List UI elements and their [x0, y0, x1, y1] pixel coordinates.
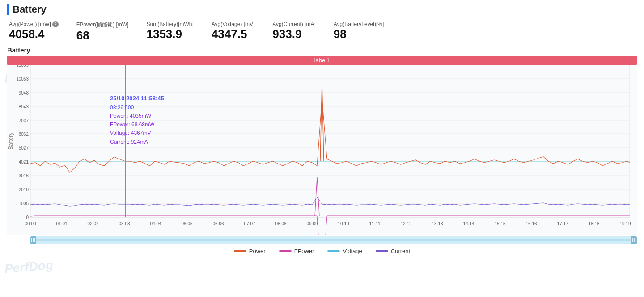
stat-label-avg-voltage: Avg(Voltage) [mV]: [212, 21, 255, 27]
legend-item-fpower: FPower: [279, 248, 314, 254]
page-container: Battery Avg(Power) [mW] ? 4058.4 FPower(…: [0, 0, 644, 297]
svg-text:8043: 8043: [19, 104, 29, 109]
svg-text:00:00: 00:00: [25, 221, 36, 226]
svg-text:4021: 4021: [19, 159, 29, 164]
scrollbar-right-handle[interactable]: [631, 236, 637, 244]
svg-rect-53: [636, 238, 636, 242]
svg-rect-2: [30, 65, 630, 217]
svg-text:3016: 3016: [19, 173, 29, 178]
svg-text:10:10: 10:10: [338, 221, 349, 226]
stat-value-avg-voltage: 4347.5: [212, 27, 247, 41]
scrollbar[interactable]: [30, 236, 637, 244]
svg-text:19:19: 19:19: [619, 221, 631, 226]
legend-color-fpower: [279, 250, 292, 252]
svg-text:5027: 5027: [19, 146, 29, 151]
chart-legend: Power FPower Voltage Current: [0, 245, 644, 256]
stat-sum-battery: Sum(Battery)[mWh] 1353.9: [146, 21, 193, 43]
svg-text:18:18: 18:18: [588, 221, 599, 226]
battery-chart[interactable]: 11059 10053 9048 8043 7037 6032 5027 402…: [7, 65, 637, 235]
svg-text:11:11: 11:11: [369, 221, 380, 226]
svg-text:01:01: 01:01: [56, 221, 67, 226]
svg-text:6032: 6032: [19, 132, 29, 137]
svg-rect-52: [634, 238, 635, 242]
stat-label-avg-power: Avg(Power) [mW] ?: [9, 21, 59, 27]
scrollbar-left-handle[interactable]: [30, 236, 36, 244]
svg-text:05:05: 05:05: [181, 221, 192, 226]
svg-text:12:12: 12:12: [400, 221, 411, 226]
stat-value-sum-battery: 1353.9: [146, 27, 182, 41]
legend-color-current: [376, 250, 388, 252]
legend-item-voltage: Voltage: [327, 248, 362, 254]
page-title: Battery: [7, 4, 47, 15]
svg-text:17:17: 17:17: [557, 221, 568, 226]
stat-label-fpower: FPower(帧能耗) [mW]: [76, 21, 129, 29]
svg-rect-51: [632, 238, 633, 242]
info-icon-power[interactable]: ?: [52, 21, 59, 27]
stat-avg-battery-level: Avg(BatteryLevel)[%] 98: [334, 21, 384, 43]
svg-text:14:14: 14:14: [463, 221, 474, 226]
y-axis-title: Battery: [8, 133, 14, 150]
stat-value-avg-battery-level: 98: [334, 27, 347, 41]
stat-value-avg-power: 4058.4: [9, 27, 45, 41]
legend-color-power: [234, 250, 246, 252]
legend-label-power: Power: [249, 248, 266, 254]
legend-color-voltage: [327, 250, 340, 252]
stats-row: Avg(Power) [mW] ? 4058.4 FPower(帧能耗) [mW…: [0, 17, 644, 44]
chart-title: Battery: [7, 46, 637, 54]
svg-text:9048: 9048: [19, 90, 29, 95]
svg-text:13:13: 13:13: [432, 221, 443, 226]
svg-text:2010: 2010: [19, 187, 29, 192]
svg-text:03:03: 03:03: [119, 221, 130, 226]
svg-text:07:07: 07:07: [244, 221, 255, 226]
svg-text:0: 0: [26, 215, 29, 220]
svg-text:02:02: 02:02: [87, 221, 98, 226]
legend-label-voltage: Voltage: [343, 248, 362, 254]
stat-label-avg-current: Avg(Current) [mA]: [272, 21, 315, 27]
stat-fpower: FPower(帧能耗) [mW] 68: [76, 21, 129, 43]
svg-text:1005: 1005: [19, 201, 29, 206]
svg-text:15:15: 15:15: [494, 221, 505, 226]
svg-text:16:16: 16:16: [525, 221, 537, 226]
svg-text:10053: 10053: [16, 77, 29, 82]
svg-text:06:06: 06:06: [212, 221, 224, 226]
stat-avg-current: Avg(Current) [mA] 933.9: [272, 21, 315, 43]
watermark-4: PerfDog: [4, 258, 54, 276]
chart-section: Battery label1 25/10/2024 11:58:45 03:26…: [0, 44, 644, 235]
svg-rect-49: [33, 238, 34, 242]
svg-text:09:09: 09:09: [306, 221, 318, 226]
svg-text:11059: 11059: [16, 65, 29, 68]
stat-value-fpower: 68: [76, 29, 89, 43]
stat-value-avg-current: 933.9: [272, 27, 301, 41]
stat-avg-voltage: Avg(Voltage) [mV] 4347.5: [212, 21, 255, 43]
scrollbar-track[interactable]: [36, 239, 631, 241]
legend-item-power: Power: [234, 248, 266, 254]
label-bar: label1: [7, 56, 637, 65]
stat-label-avg-battery-level: Avg(BatteryLevel)[%]: [334, 21, 384, 27]
stat-label-sum-battery: Sum(Battery)[mWh]: [146, 21, 193, 27]
stat-avg-power: Avg(Power) [mW] ? 4058.4: [9, 21, 59, 43]
legend-label-fpower: FPower: [294, 248, 314, 254]
legend-item-current: Current: [376, 248, 410, 254]
svg-rect-48: [31, 238, 32, 242]
svg-text:7037: 7037: [19, 118, 29, 123]
svg-text:08:08: 08:08: [275, 221, 286, 226]
chart-wrapper[interactable]: 25/10/2024 11:58:45 03:26:500 Power : 40…: [7, 65, 637, 235]
svg-rect-50: [34, 238, 35, 242]
svg-text:04:04: 04:04: [150, 221, 161, 226]
legend-label-current: Current: [391, 248, 410, 254]
header: Battery: [0, 0, 644, 17]
